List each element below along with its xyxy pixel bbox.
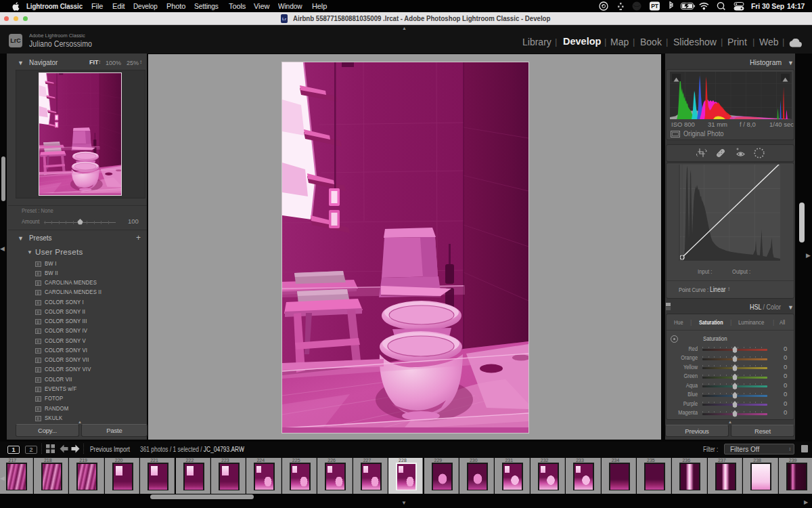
svg-text:PT: PT: [651, 3, 659, 9]
